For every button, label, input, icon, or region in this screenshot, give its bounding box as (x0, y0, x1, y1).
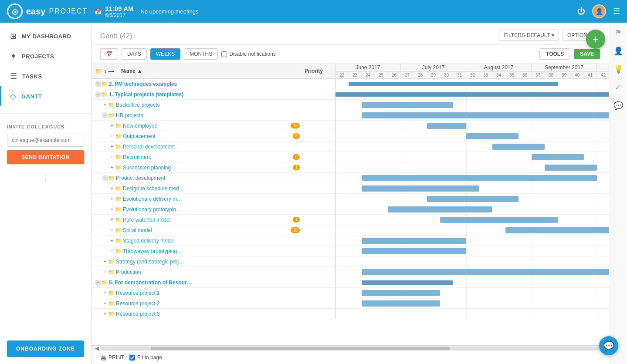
row-expand-icon[interactable]: − (95, 91, 101, 98)
row-expand-icon[interactable]: + (109, 154, 115, 160)
user-icon[interactable]: 👤 (613, 46, 623, 56)
tools-button[interactable]: TOOLS (539, 48, 570, 60)
current-time: 11:09 AM (105, 5, 133, 12)
col-name-header[interactable]: Name ▲ (121, 68, 296, 74)
row-expand-icon[interactable]: + (109, 248, 115, 254)
row-expand-icon[interactable]: + (102, 259, 108, 265)
row-expand-icon[interactable]: + (109, 238, 115, 244)
row-expand-icon[interactable]: + (102, 300, 108, 307)
disable-notifications-input[interactable] (221, 51, 227, 57)
row-name[interactable]: Production (116, 269, 300, 275)
filters-value: DEFAULT (527, 32, 550, 38)
calendar-view-button[interactable]: 📅 (100, 48, 118, 60)
table-row: +📁Resource project 3 (92, 309, 609, 319)
row-name[interactable]: Succession planning (123, 165, 291, 171)
row-expand-icon[interactable]: − (102, 175, 108, 181)
row-expand-icon[interactable]: + (102, 311, 108, 317)
row-name[interactable]: Recruitment (123, 154, 291, 160)
row-expand-icon[interactable]: − (95, 280, 101, 286)
row-expand-icon[interactable]: + (109, 217, 115, 223)
row-expand-icon[interactable]: + (109, 133, 115, 139)
row-expand-icon[interactable]: + (102, 269, 108, 275)
row-name[interactable]: Backoffice projects (116, 102, 300, 108)
row-expand-icon[interactable]: + (109, 144, 115, 150)
scroll-left-arrow[interactable]: ◀ (93, 345, 101, 351)
row-expand-icon[interactable]: + (102, 290, 108, 296)
row-name[interactable]: Strategy (and strategic proj… (116, 259, 300, 265)
folder-icon: 📁 (101, 91, 108, 98)
row-name[interactable]: Outplacement (123, 133, 291, 139)
months-button[interactable]: MONTHS (184, 48, 218, 60)
row-name[interactable]: Resource project 1 (116, 290, 300, 296)
avatar[interactable]: 👤 (592, 4, 606, 18)
flag-icon[interactable]: ⚑ (615, 28, 622, 37)
folder-icon: 📁 (115, 123, 122, 129)
row-expand-icon[interactable]: − (102, 112, 108, 118)
row-right (336, 100, 609, 110)
row-name[interactable]: Personal development (123, 144, 300, 150)
gantt-scroll-area[interactable]: 📁 ↕ — Name ▲ Priority June 2017 (92, 64, 609, 345)
sidebar-item-dashboard[interactable]: ⊞ MY DASHBOARD (0, 26, 91, 46)
print-button[interactable]: 🖨️ PRINT (100, 354, 124, 361)
row-name[interactable]: Resource project 3 (116, 311, 300, 317)
row-expand-icon[interactable]: + (109, 227, 115, 233)
weeks-button[interactable]: WEEKS (150, 48, 180, 60)
sidebar-item-gantt[interactable]: ◇ GANTT (0, 86, 91, 106)
save-button[interactable]: SAVE (574, 49, 600, 59)
row-expand-icon[interactable]: + (109, 185, 115, 192)
scrollbar-thumb[interactable] (151, 347, 450, 350)
row-name[interactable]: Throwaway prototyping… (123, 248, 300, 254)
row-expand-icon[interactable]: + (109, 206, 115, 212)
gantt-scrollbar[interactable]: ◀ ▶ (92, 345, 609, 351)
row-name[interactable]: Product development (116, 175, 300, 181)
send-invitation-button[interactable]: SEND INVITATION (7, 150, 84, 164)
row-name[interactable]: Pure waterfall model (123, 217, 291, 223)
fit-page-input[interactable] (129, 355, 135, 361)
invite-email-input[interactable] (7, 134, 84, 147)
row-badge: 8 (293, 133, 300, 139)
row-name[interactable]: HR projects (116, 112, 300, 118)
row-name[interactable]: Evolutionary prototypin… (123, 206, 300, 212)
power-icon[interactable]: ⏻ (577, 7, 585, 16)
row-expand-icon[interactable]: − (95, 81, 101, 87)
comment-icon[interactable]: 💬 (613, 101, 623, 111)
row-name[interactable]: 1. Typical projects (templates) (109, 91, 300, 98)
month-august: August 2017 32 33 34 35 36 (466, 64, 532, 78)
sidebar-label-dashboard: MY DASHBOARD (22, 33, 71, 40)
sidebar-more-options[interactable]: ⋮ (2, 173, 89, 182)
row-expand-icon[interactable]: + (109, 165, 115, 171)
row-name[interactable]: Evolutionary delivery m… (123, 196, 300, 202)
row-name[interactable]: Design to schedule mod… (123, 185, 300, 192)
sidebar-item-tasks[interactable]: ☰ TASKS (0, 66, 91, 86)
row-right (336, 288, 609, 298)
filters-button[interactable]: FILTERS DEFAULT ▾ (499, 30, 559, 41)
row-name[interactable]: 2. PM techniques examples (109, 81, 300, 87)
onboarding-button[interactable]: ONBOARDING ZONE (7, 340, 84, 357)
row-left: +📁Resource project 2 (92, 298, 336, 309)
row-expand-icon[interactable]: + (109, 196, 115, 202)
row-left: +📁New employee19 (92, 121, 336, 131)
row-name[interactable]: Staged delivery model (123, 238, 300, 244)
invite-section: INVITE COLLEAGUES SEND INVITATION (0, 117, 91, 171)
table-row: +📁Evolutionary prototypin… (92, 204, 609, 215)
projects-icon: ✦ (10, 51, 17, 61)
content-header: Gantt (42) FILTERS DEFAULT ▾ OPTIONS ▾ (92, 23, 609, 45)
days-button[interactable]: DAYS (122, 48, 147, 60)
chat-fab-button[interactable]: 💬 (599, 336, 618, 355)
row-name[interactable]: Spiral model (123, 227, 289, 233)
row-name[interactable]: New employee (123, 123, 289, 129)
fit-page-checkbox[interactable]: Fit to page (129, 354, 162, 361)
disable-notifications-checkbox[interactable]: Disable notifications (221, 51, 276, 57)
row-expand-icon[interactable]: + (102, 102, 108, 108)
bulb-icon[interactable]: 💡 (613, 64, 623, 74)
scrollbar-track[interactable] (101, 347, 600, 350)
gantt-bar (362, 102, 453, 108)
menu-icon[interactable]: ☰ (613, 7, 620, 16)
gantt-bar (362, 248, 466, 254)
sidebar-item-projects[interactable]: ✦ PROJECTS (0, 46, 91, 66)
row-name[interactable]: 5. For demonstration of Resour… (109, 280, 300, 286)
add-fab-button[interactable]: + (586, 30, 605, 49)
row-name[interactable]: Resource project 2 (116, 300, 300, 307)
row-expand-icon[interactable]: + (109, 123, 115, 129)
checklist-icon[interactable]: ✓ (615, 83, 621, 92)
